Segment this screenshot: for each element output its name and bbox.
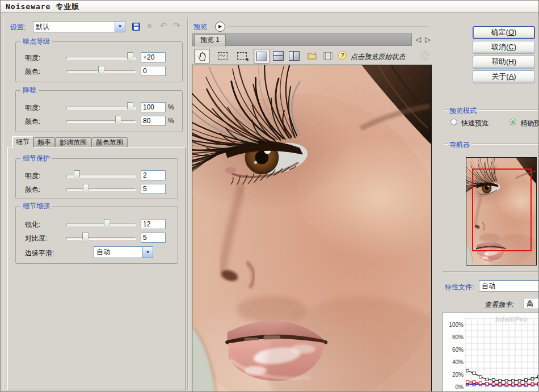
add-preview-marquee-button[interactable]: + [234,49,249,62]
compare-marquee-button[interactable] [215,49,230,62]
noise-reduction-title: 降噪 [20,87,39,94]
preview-image[interactable] [192,65,432,392]
slider-thumb[interactable] [83,184,89,194]
help-icon[interactable]: ? [338,51,347,60]
nr-color-row: 颜色: % [16,116,182,127]
spinner-icon [419,50,431,61]
navigator-thumbnail[interactable] [466,157,537,265]
fast-preview-label[interactable]: 快速预览 [461,119,489,128]
preview-group-line [226,26,429,27]
tab-frequency[interactable]: 频率 [33,137,55,147]
tab-tonal-range[interactable]: 影调范围 [55,137,91,147]
hand-tool-button[interactable] [194,49,210,64]
svg-text:100%: 100% [449,322,464,328]
window-title: Noiseware 专业版 [1,1,539,13]
dp-luminance-value-input[interactable] [141,170,166,180]
slider-thumb[interactable] [82,233,89,243]
help-button[interactable]: 帮助(H) [473,56,535,69]
slider-thumb[interactable] [74,170,80,180]
accurate-preview-label[interactable]: 精确预览 [520,119,539,128]
slider-thumb[interactable] [104,219,110,229]
svg-text:0%: 0% [456,384,464,390]
preview-tab-1[interactable]: 预览 1 [194,34,226,47]
slider-thumb[interactable] [98,66,104,76]
color-slider[interactable] [66,66,136,76]
slider-thumb[interactable] [115,116,121,126]
nr-luminance-row: 明度: % [16,102,182,113]
edge-smoothing-label: 边缘平滑: [25,248,54,258]
contrast-value-input[interactable] [141,233,166,243]
tab-detail[interactable]: 细节 [12,136,33,147]
view-frequency-combobox[interactable]: 高 [524,298,539,309]
frequency-chart: 100%80%60%40%20%0%IntelliPro [443,312,539,392]
undo-icon[interactable]: ↶ [160,20,167,31]
sharpen-label: 锐化: [25,220,40,230]
settings-preset-combobox[interactable]: 默认 ▼ [33,21,125,32]
left-frame-line [3,16,3,390]
split-horizontal-button[interactable] [271,49,285,62]
dp-color-value-input[interactable] [141,184,166,194]
detail-enhancement-group: 细节增强 锐化: 对比度: 边缘平滑: 自动 ▼ [15,206,178,264]
cancel-button[interactable]: 取消(C) [473,41,535,54]
about-label: 关于( [491,72,508,81]
play-icon[interactable]: ▶ [215,22,225,32]
contrast-slider[interactable] [66,233,136,243]
nr-color-value-input[interactable] [141,116,166,126]
preview-hint-text: 点击预览原始状态 [351,52,405,62]
tab-color-range[interactable]: 颜色范围 [91,137,128,147]
dp-color-slider[interactable] [66,184,136,194]
slider-track [66,57,136,60]
color-value-input[interactable] [141,66,166,76]
dp-luminance-slider[interactable] [66,170,136,180]
cancel-label: 取消( [491,43,508,51]
ok-label: 确定( [491,28,508,36]
sharpen-value-input[interactable] [141,219,166,229]
svg-text:IntelliPro: IntelliPro [495,315,527,323]
luminance-label: 明度: [25,103,40,113]
fast-preview-radio[interactable] [450,119,457,125]
navigator-view-rect[interactable] [472,168,532,251]
split-vertical-icon [289,51,300,61]
edge-smoothing-combobox[interactable]: 自动 ▼ [94,246,153,258]
nr-luminance-value-input[interactable] [141,102,166,112]
nr-color-slider[interactable] [66,116,136,126]
preview-mode-title: 预览模式 [448,106,478,116]
percent-sign: % [168,103,174,111]
dp-luminance-row: 明度: [16,170,178,182]
color-label: 颜色: [25,117,40,127]
svg-text:20%: 20% [452,372,464,378]
svg-text:80%: 80% [452,334,464,340]
next-preview-icon[interactable]: ▷ [423,35,432,44]
noise-level-luminance-row: 明度: [16,52,182,64]
de-contrast-row: 对比度: [16,233,178,244]
prev-preview-icon[interactable]: ◁ [414,35,423,44]
slider-track [66,237,136,240]
single-pane-button[interactable] [254,49,270,64]
chevron-down-icon[interactable]: ▼ [142,247,153,258]
ok-button[interactable]: 确定(O) [473,26,535,39]
detail-enhancement-title: 细节增强 [20,203,52,209]
slider-thumb[interactable] [127,102,133,112]
settings-label: 设置: [10,23,26,32]
save-preset-icon[interactable] [131,22,141,32]
nr-luminance-slider[interactable] [66,102,136,112]
luminance-value-input[interactable] [141,52,166,62]
chevron-down-icon[interactable]: ▼ [115,22,125,32]
redo-icon[interactable]: ↷ [173,20,180,31]
split-vertical-button[interactable] [287,49,301,62]
rename-preview-button[interactable]: [··] [321,49,335,62]
delete-preset-icon[interactable]: ✕ [146,22,153,30]
sharpen-slider[interactable] [66,219,136,229]
noise-level-group: 噪点等级 明度: 颜色: [15,41,183,82]
view-frequency-value: 高 [524,298,539,309]
slider-thumb[interactable] [127,52,133,62]
accurate-preview-radio[interactable] [509,119,516,125]
folder-new-icon: * [308,52,318,60]
view-frequency-label: 查看频率: [485,300,513,310]
single-pane-icon [256,52,267,61]
profile-combobox[interactable]: 自动 [479,280,539,292]
luminance-slider[interactable] [66,52,136,62]
about-button[interactable]: 关于(A) [473,70,535,83]
svg-text:*: * [314,52,316,56]
new-preview-button[interactable]: * [305,49,320,62]
